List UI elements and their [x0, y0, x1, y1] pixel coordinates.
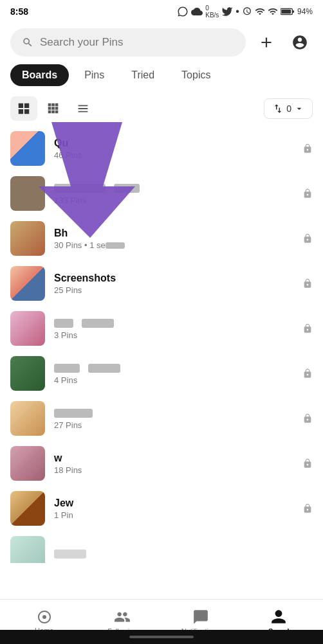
- board-meta: 27 Pins: [54, 420, 293, 430]
- settings-icon: [291, 34, 308, 51]
- chevron-down-icon: [294, 103, 304, 114]
- cloud-icon: [191, 6, 203, 17]
- svg-rect-1: [281, 10, 291, 13]
- board-info: 4 Pins: [54, 362, 293, 385]
- status-bar: 8:58 0KB/s •: [0, 0, 323, 23]
- board-info: 133 Pins: [54, 183, 293, 205]
- alarm-icon: [242, 6, 252, 17]
- board-name: Jew: [54, 497, 293, 509]
- board-name: [54, 183, 293, 194]
- list-view-icon: [76, 102, 90, 116]
- following-icon: [114, 609, 131, 625]
- board-item[interactable]: Bh 30 Pins • 1 se: [0, 216, 323, 261]
- lock-icon: [302, 458, 313, 469]
- board-name: Qu: [54, 138, 293, 149]
- signal-icon: [268, 6, 278, 17]
- board-item[interactable]: 3 Pins: [0, 306, 323, 351]
- board-item[interactable]: 4 Pins: [0, 351, 323, 396]
- grid-large-icon: [17, 102, 31, 116]
- lock-icon: [302, 368, 313, 379]
- board-meta: 18 Pins: [54, 465, 293, 475]
- board-thumbnail: [10, 356, 45, 391]
- board-meta: 30 Pins • 1 se: [54, 240, 293, 250]
- board-info: Jew 1 Pin: [54, 497, 293, 520]
- search-placeholder-text: Search your Pins: [40, 36, 123, 49]
- lock-icon: [302, 188, 313, 199]
- board-name: w: [54, 452, 293, 464]
- boards-list: Qu 46 Pins 133 Pins Bh 30 Pins • 1 se: [0, 126, 323, 563]
- board-name: [54, 362, 293, 374]
- board-meta: 1 Pin: [54, 510, 293, 520]
- board-name: [54, 407, 293, 419]
- lock-icon: [302, 413, 313, 424]
- nav-handle: [129, 636, 194, 638]
- data-indicator: 0KB/s: [205, 4, 219, 19]
- lock-icon: [302, 278, 313, 289]
- view-left: [10, 96, 97, 121]
- board-info: 27 Pins: [54, 407, 293, 430]
- board-item[interactable]: 27 Pins: [0, 396, 323, 441]
- board-thumbnail: [10, 491, 45, 526]
- grid-large-view-button[interactable]: [10, 96, 37, 121]
- board-thumbnail: [10, 131, 45, 166]
- grid-small-view-button[interactable]: [40, 96, 67, 121]
- twitter-icon: [221, 6, 233, 17]
- tab-pins[interactable]: Pins: [73, 64, 116, 86]
- tab-tried[interactable]: Tried: [120, 64, 166, 86]
- board-item[interactable]: Qu 46 Pins: [0, 126, 323, 171]
- board-item[interactable]: Jew 1 Pin: [0, 486, 323, 531]
- battery-percent: 94%: [297, 7, 313, 16]
- add-button[interactable]: [254, 30, 279, 55]
- search-bar[interactable]: Search your Pins: [10, 28, 246, 57]
- lock-icon: [302, 503, 313, 514]
- sort-label: 0: [286, 103, 291, 114]
- status-time: 8:58: [10, 6, 28, 17]
- board-name: Screenshots: [54, 273, 293, 284]
- board-thumbnail: [10, 311, 45, 346]
- board-name: [54, 548, 313, 559]
- tab-boards[interactable]: Boards: [10, 64, 69, 86]
- grid-small-icon: [46, 102, 60, 116]
- svg-rect-2: [292, 10, 294, 13]
- search-icon: [22, 37, 33, 48]
- board-item[interactable]: Screenshots 25 Pins: [0, 261, 323, 306]
- board-thumbnail: [10, 221, 45, 256]
- android-nav-bar: [0, 630, 323, 644]
- board-meta: 25 Pins: [54, 285, 293, 295]
- board-item[interactable]: w 18 Pins: [0, 441, 323, 486]
- board-info: Bh 30 Pins • 1 se: [54, 228, 293, 250]
- board-info: [54, 548, 313, 559]
- board-info: 3 Pins: [54, 318, 293, 340]
- tab-topics[interactable]: Topics: [170, 64, 222, 86]
- board-item[interactable]: [0, 531, 323, 563]
- dot-indicator: •: [235, 6, 239, 17]
- board-name: Bh: [54, 228, 293, 239]
- board-thumbnail: [10, 446, 45, 481]
- add-icon: [258, 34, 275, 51]
- board-info: Qu 46 Pins: [54, 138, 293, 160]
- home-icon: [37, 609, 52, 625]
- status-icons: 0KB/s • 94%: [177, 4, 313, 19]
- board-thumbnail: [10, 176, 45, 211]
- lock-icon: [302, 143, 313, 154]
- wifi-icon: [255, 6, 265, 17]
- sort-icon: [272, 103, 284, 114]
- board-meta: 46 Pins: [54, 150, 293, 160]
- board-thumbnail: [10, 401, 45, 436]
- board-thumbnail: [10, 266, 45, 301]
- svg-point-4: [42, 615, 46, 619]
- battery-icon: [281, 7, 295, 16]
- lock-icon: [302, 323, 313, 334]
- notifications-icon: [192, 609, 209, 625]
- board-meta: 4 Pins: [54, 375, 293, 385]
- board-info: w 18 Pins: [54, 452, 293, 475]
- search-bar-container: Search your Pins: [0, 23, 323, 62]
- tabs-container: Boards Pins Tried Topics: [0, 62, 323, 94]
- settings-button[interactable]: [287, 30, 313, 55]
- board-meta: 3 Pins: [54, 330, 293, 340]
- lock-icon: [302, 233, 313, 244]
- board-name: [54, 318, 293, 329]
- list-view-button[interactable]: [69, 96, 97, 121]
- sort-button[interactable]: 0: [264, 98, 313, 119]
- board-item[interactable]: 133 Pins: [0, 171, 323, 216]
